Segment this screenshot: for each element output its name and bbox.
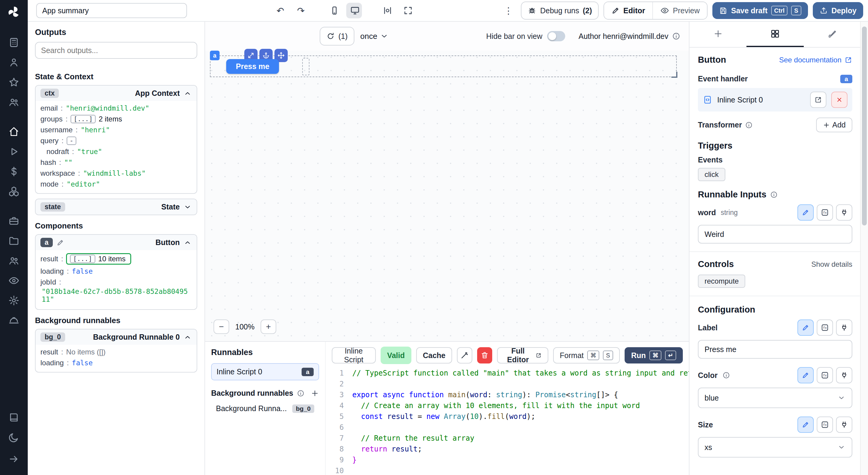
code-line[interactable]: 3export async function main(word: string… xyxy=(326,389,689,400)
connect-value-button[interactable] xyxy=(836,367,852,383)
info-icon[interactable] xyxy=(770,191,778,199)
tab-styling[interactable] xyxy=(804,22,861,47)
full-editor-button[interactable]: Full Editor xyxy=(497,347,548,364)
fullscreen-button[interactable] xyxy=(399,3,415,19)
see-documentation-link[interactable]: See documentation xyxy=(779,56,852,64)
control-chip[interactable]: recompute xyxy=(698,275,745,288)
center-align-button[interactable] xyxy=(379,3,395,19)
app-summary-input[interactable] xyxy=(36,3,187,18)
zoom-out-button[interactable]: − xyxy=(214,319,229,334)
remove-script-button[interactable] xyxy=(831,92,847,108)
background-runnable-item[interactable]: Background Runna...bg_0 xyxy=(211,401,319,416)
calculator-icon[interactable] xyxy=(8,37,20,48)
connect-value-button[interactable] xyxy=(836,204,852,220)
output-entry[interactable]: mode:"editor" xyxy=(40,179,192,190)
code-line[interactable]: 10 xyxy=(326,465,689,475)
state-header[interactable]: state State xyxy=(36,199,197,214)
canvas-grid[interactable]: a Press me − 100% + xyxy=(205,50,689,341)
selected-component-outline[interactable]: a Press me xyxy=(210,56,677,77)
ai-assistant-button[interactable] xyxy=(457,347,472,364)
helmet-icon[interactable] xyxy=(8,315,20,326)
dollar-icon[interactable] xyxy=(8,166,20,177)
cubes-icon[interactable] xyxy=(8,186,20,197)
expand-sidebar-icon[interactable] xyxy=(8,453,20,465)
show-details-link[interactable]: Show details xyxy=(811,260,852,269)
color-select[interactable]: blue xyxy=(698,387,852,408)
code-line[interactable]: 5 const result = new Array(10).fill(word… xyxy=(326,411,689,422)
desktop-view-button[interactable] xyxy=(346,3,362,19)
zoom-in-button[interactable]: + xyxy=(260,319,276,334)
output-entry[interactable]: result:[...]10 items xyxy=(40,252,192,266)
search-outputs-input[interactable] xyxy=(35,42,197,59)
expand-value-chip[interactable]: [...] xyxy=(70,255,95,263)
scrollbar-thumb[interactable] xyxy=(862,27,867,226)
folder-icon[interactable] xyxy=(8,235,20,246)
eye-icon[interactable] xyxy=(8,275,20,286)
home-icon[interactable] xyxy=(8,126,20,137)
chevron-down-icon[interactable] xyxy=(183,203,192,211)
undo-button[interactable]: ↶ xyxy=(273,3,288,19)
run-button[interactable]: Run⌘↵ xyxy=(625,347,683,364)
open-script-button[interactable] xyxy=(810,92,826,108)
team-icon[interactable] xyxy=(8,255,20,266)
play-icon[interactable] xyxy=(8,146,20,157)
code-line[interactable]: 2 xyxy=(326,379,689,389)
event-trigger-chip[interactable]: click xyxy=(698,168,725,181)
mobile-view-button[interactable] xyxy=(326,3,341,19)
delete-script-button[interactable] xyxy=(477,347,493,364)
output-entry[interactable]: query:- xyxy=(40,135,192,146)
info-icon[interactable] xyxy=(297,389,305,397)
output-entry[interactable]: loading:false xyxy=(40,266,192,277)
script-kind-select[interactable]: Inline Script xyxy=(332,347,376,364)
expand-value-chip[interactable]: - xyxy=(67,137,76,145)
rename-pencil-icon[interactable] xyxy=(56,239,64,246)
code-line[interactable]: 8 return result; xyxy=(326,444,689,454)
eval-value-button[interactable] xyxy=(817,367,833,383)
add-background-runnable-icon[interactable] xyxy=(311,389,319,398)
component-a-header[interactable]: a Button xyxy=(36,235,197,250)
user-icon[interactable] xyxy=(8,57,20,68)
refresh-mode-select[interactable]: once xyxy=(361,32,389,41)
output-entry[interactable]: jobId: xyxy=(40,277,192,287)
tab-preview[interactable]: Preview xyxy=(652,2,707,19)
output-entry[interactable]: result:No items ([]) xyxy=(40,347,192,358)
word-input[interactable] xyxy=(698,225,852,243)
deploy-button[interactable]: Deploy xyxy=(813,2,863,19)
info-icon[interactable] xyxy=(672,32,680,40)
page-scrollbar[interactable] xyxy=(860,22,868,475)
hide-bar-toggle[interactable] xyxy=(547,31,565,41)
expand-value-chip[interactable]: [...] xyxy=(70,115,96,123)
book-icon[interactable] xyxy=(8,412,20,423)
cache-button[interactable]: Cache xyxy=(416,347,452,364)
output-entry[interactable]: loading:false xyxy=(40,358,192,368)
refresh-button[interactable]: (1) xyxy=(320,27,354,45)
chevron-up-icon[interactable] xyxy=(183,333,192,341)
bg0-header[interactable]: bg_0 Background Runnable 0 xyxy=(36,330,197,345)
static-value-button[interactable] xyxy=(798,319,814,336)
label-input[interactable] xyxy=(698,340,852,359)
connect-value-button[interactable] xyxy=(836,319,852,336)
output-entry[interactable]: groups:[...]2 items xyxy=(40,114,192,125)
code-line[interactable]: 9} xyxy=(326,454,689,465)
format-button[interactable]: Format⌘S xyxy=(553,347,620,364)
info-icon[interactable] xyxy=(722,371,730,379)
star-icon[interactable] xyxy=(8,76,20,88)
inline-script-row[interactable]: Inline Script 0 xyxy=(698,88,852,111)
gear-icon[interactable] xyxy=(8,295,20,306)
output-entry[interactable]: nodraft:"true" xyxy=(46,146,192,157)
runnable-item[interactable]: Inline Script 0a xyxy=(211,363,319,380)
eval-value-button[interactable] xyxy=(817,416,833,433)
tab-component-settings[interactable] xyxy=(746,22,803,47)
size-select[interactable]: xs xyxy=(698,437,852,457)
connect-value-button[interactable] xyxy=(836,416,852,433)
team-icon[interactable] xyxy=(8,96,20,108)
code-line[interactable]: 1// TypeScript function called "main" th… xyxy=(326,368,689,379)
briefcase-icon[interactable] xyxy=(8,215,20,227)
output-entry[interactable]: email:"henri@windmill.dev" xyxy=(40,103,192,114)
code-line[interactable]: 7 // Return the result array xyxy=(326,433,689,444)
resize-corner[interactable] xyxy=(671,72,677,78)
static-value-button[interactable] xyxy=(798,367,814,383)
code-line[interactable]: 4 // Create an array with 10 elements, f… xyxy=(326,400,689,411)
add-transformer-button[interactable]: Add xyxy=(816,117,852,132)
press-me-button[interactable]: Press me xyxy=(226,59,279,74)
